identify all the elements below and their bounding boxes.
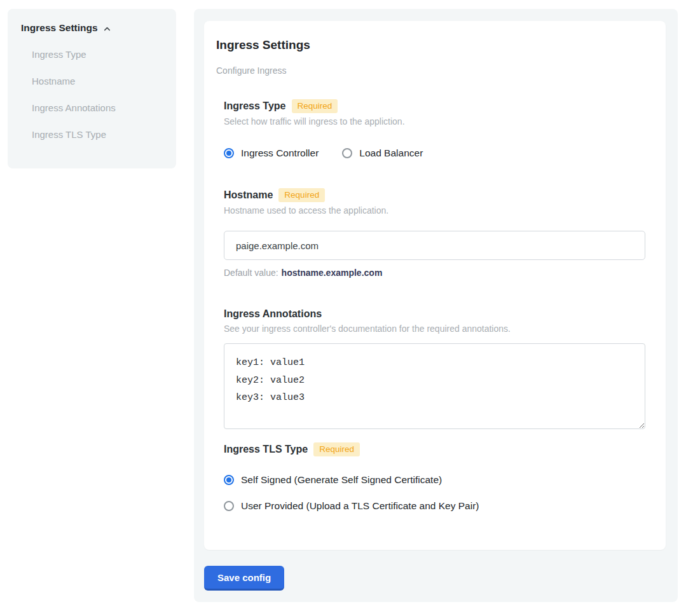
radio-user-provided[interactable]: User Provided (Upload a TLS Certificate … — [224, 500, 645, 512]
required-badge: Required — [313, 442, 360, 456]
ingress-annotations-label: Ingress Annotations — [224, 308, 322, 320]
required-badge: Required — [278, 188, 325, 202]
page-title: Ingress Settings — [216, 38, 645, 52]
ingress-annotations-textarea[interactable]: key1: value1 key2: value2 key3: value3 — [224, 343, 645, 429]
default-value-prefix: Default value: — [224, 268, 278, 278]
ingress-type-help: Select how traffic will ingress to the a… — [224, 116, 645, 127]
sidebar-section-title: Ingress Settings — [21, 22, 98, 34]
sidebar-section-ingress-settings[interactable]: Ingress Settings — [21, 22, 163, 34]
sidebar-item-hostname[interactable]: Hostname — [32, 76, 163, 87]
radio-label: Self Signed (Generate Self Signed Certif… — [241, 474, 442, 486]
chevron-up-icon — [102, 24, 112, 34]
settings-sidebar: Ingress Settings Ingress Type Hostname I… — [8, 9, 176, 168]
hostname-label: Hostname — [224, 189, 273, 202]
radio-button-icon[interactable] — [224, 501, 234, 511]
radio-button-icon[interactable] — [224, 475, 234, 485]
radio-self-signed[interactable]: Self Signed (Generate Self Signed Certif… — [224, 474, 645, 486]
ingress-settings-panel: Ingress Settings Configure Ingress Ingre… — [194, 9, 678, 602]
sidebar-item-ingress-tls-type[interactable]: Ingress TLS Type — [32, 129, 163, 140]
page-subtitle: Configure Ingress — [216, 65, 645, 76]
radio-label: Load Balancer — [359, 147, 423, 159]
hostname-input[interactable] — [224, 231, 645, 260]
ingress-annotations-help: See your ingress controller's documentat… — [224, 324, 645, 334]
radio-load-balancer[interactable]: Load Balancer — [342, 147, 423, 159]
ingress-tls-type-section: Ingress TLS Type Required Self Signed (G… — [224, 442, 645, 512]
radio-label: User Provided (Upload a TLS Certificate … — [241, 500, 479, 512]
ingress-settings-card: Ingress Settings Configure Ingress Ingre… — [204, 21, 666, 550]
hostname-section: Hostname Required Hostname used to acces… — [224, 188, 645, 278]
required-badge: Required — [292, 99, 338, 113]
sidebar-item-ingress-annotations[interactable]: Ingress Annotations — [32, 102, 163, 114]
radio-ingress-controller[interactable]: Ingress Controller — [224, 147, 319, 159]
hostname-default-line: Default value:hostname.example.com — [224, 268, 645, 278]
ingress-type-label: Ingress Type — [224, 100, 286, 113]
save-config-button[interactable]: Save config — [204, 566, 284, 591]
ingress-tls-type-label: Ingress TLS Type — [224, 443, 308, 456]
ingress-type-section: Ingress Type Required Select how traffic… — [224, 99, 645, 159]
radio-button-icon[interactable] — [224, 148, 234, 158]
ingress-annotations-section: Ingress Annotations See your ingress con… — [224, 308, 645, 429]
hostname-help: Hostname used to access the application. — [224, 205, 645, 216]
default-value-text: hostname.example.com — [282, 268, 383, 278]
radio-button-icon[interactable] — [342, 148, 352, 158]
radio-label: Ingress Controller — [241, 147, 319, 159]
sidebar-item-ingress-type[interactable]: Ingress Type — [32, 49, 163, 60]
